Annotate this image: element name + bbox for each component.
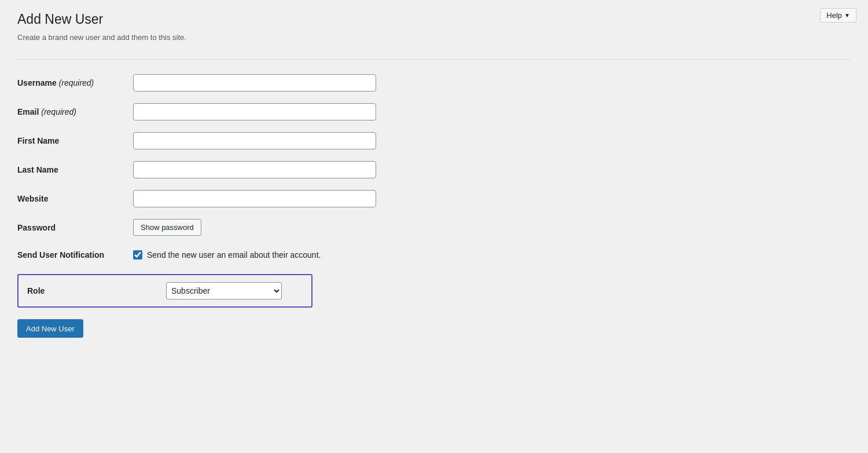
help-button[interactable]: Help ▼ xyxy=(820,8,856,23)
email-label: Email (required) xyxy=(17,97,133,126)
page-title: Add New User xyxy=(17,12,851,27)
email-input[interactable] xyxy=(133,103,376,120)
password-row: Password Show password xyxy=(17,213,451,242)
notification-checkbox[interactable] xyxy=(133,250,142,260)
last-name-row: Last Name xyxy=(17,155,451,184)
page-wrapper: Help ▼ Add New User Create a brand new u… xyxy=(0,0,868,349)
role-label: Role xyxy=(27,286,166,295)
username-label: Username (required) xyxy=(17,68,133,97)
submit-section: Add New User xyxy=(17,319,851,338)
username-input[interactable] xyxy=(133,74,376,92)
first-name-label: First Name xyxy=(17,126,133,155)
website-input[interactable] xyxy=(133,190,376,207)
first-name-row: First Name xyxy=(17,126,451,155)
last-name-label: Last Name xyxy=(17,155,133,184)
notification-label: Send User Notification xyxy=(17,242,133,268)
chevron-down-icon: ▼ xyxy=(844,12,850,19)
role-row: Role Subscriber Contributor Author Edito… xyxy=(17,274,312,308)
show-password-button[interactable]: Show password xyxy=(133,219,201,236)
username-row: Username (required) xyxy=(17,68,451,97)
last-name-input[interactable] xyxy=(133,161,376,178)
password-label: Password xyxy=(17,213,133,242)
notification-row: Send User Notification Send the new user… xyxy=(17,242,451,268)
notification-checkbox-label[interactable]: Send the new user an email about their a… xyxy=(133,250,451,260)
website-label: Website xyxy=(17,184,133,213)
help-label: Help xyxy=(826,11,842,20)
first-name-input[interactable] xyxy=(133,132,376,149)
notification-text: Send the new user an email about their a… xyxy=(147,250,321,260)
website-row: Website xyxy=(17,184,451,213)
role-select[interactable]: Subscriber Contributor Author Editor Adm… xyxy=(166,282,282,299)
page-subtitle: Create a brand new user and add them to … xyxy=(17,33,851,42)
email-row: Email (required) xyxy=(17,97,451,126)
add-new-user-button[interactable]: Add New User xyxy=(17,319,83,338)
form-table: Username (required) Email (required) xyxy=(17,68,451,268)
divider xyxy=(17,59,851,60)
